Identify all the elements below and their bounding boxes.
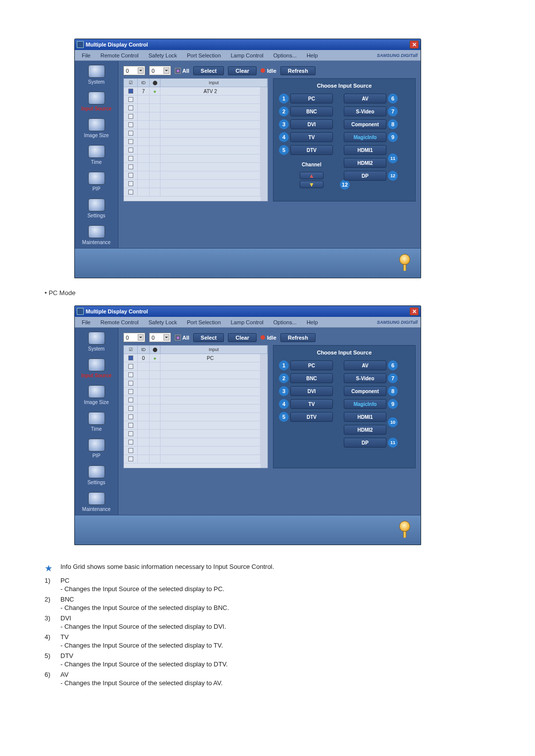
src-pc-button[interactable]: 1PC [290, 360, 333, 370]
table-row[interactable] [124, 421, 261, 430]
sidebar-item-maintenance[interactable]: Maintenance [75, 488, 118, 515]
src-av-button[interactable]: AV6 [344, 94, 386, 103]
table-row[interactable] [124, 455, 261, 463]
table-row[interactable] [124, 188, 261, 197]
menu-port-selection[interactable]: Port Selection [183, 318, 224, 326]
src-tv-button[interactable]: 4TV [290, 132, 333, 142]
row-checkbox[interactable] [128, 389, 133, 394]
row-checkbox[interactable] [128, 431, 133, 436]
select-button[interactable]: Select [193, 333, 224, 342]
menu-remote-control[interactable]: Remote Control [97, 51, 143, 59]
src-dvi-button[interactable]: 3DVI [290, 119, 333, 129]
close-icon[interactable]: ✕ [410, 41, 419, 49]
table-row[interactable] [124, 138, 261, 146]
all-checkbox[interactable]: ■All [175, 335, 189, 341]
table-row[interactable] [124, 404, 261, 413]
sidebar-item-input-source[interactable]: Input Source [75, 88, 118, 114]
row-checkbox[interactable] [128, 105, 133, 110]
refresh-button[interactable]: Refresh [280, 66, 316, 75]
sidebar-item-pip[interactable]: PIP [75, 435, 118, 461]
sidebar-item-time[interactable]: Time [75, 408, 118, 435]
table-row[interactable] [124, 96, 261, 104]
row-checkbox[interactable] [128, 398, 133, 403]
src-hdmi2-button[interactable]: HDMI211 [344, 158, 386, 168]
sidebar-item-pip[interactable]: PIP [75, 168, 118, 195]
row-checkbox[interactable] [128, 423, 133, 428]
menu-lamp-control[interactable]: Lamp Control [227, 51, 268, 59]
menu-file[interactable]: File [78, 51, 95, 59]
src-hdmi2-button[interactable]: HDMI2 [344, 425, 386, 435]
menu-options[interactable]: Options... [269, 318, 301, 326]
refresh-button[interactable]: Refresh [280, 333, 316, 342]
range-to-select[interactable]: 0 [149, 333, 171, 342]
clear-button[interactable]: Clear [228, 66, 257, 75]
sidebar-item-input-source[interactable]: Input Source [75, 354, 118, 381]
table-row[interactable] [124, 112, 261, 121]
row-checkbox[interactable] [128, 364, 133, 369]
col-check[interactable]: ☑ [124, 346, 138, 353]
src-dtv-button[interactable]: 5DTV [290, 412, 333, 422]
row-checkbox[interactable] [128, 190, 133, 195]
row-checkbox[interactable] [128, 448, 133, 453]
close-icon[interactable]: ✕ [410, 307, 419, 315]
row-checkbox[interactable] [128, 131, 133, 136]
row-checkbox[interactable] [128, 156, 133, 161]
sidebar-item-system[interactable]: System [75, 328, 118, 354]
menu-lamp-control[interactable]: Lamp Control [227, 318, 268, 326]
row-checkbox[interactable] [128, 97, 133, 102]
sidebar-item-settings[interactable]: Settings [75, 461, 118, 488]
src-hdmi1-button[interactable]: HDMI110 [344, 412, 386, 422]
sidebar-item-settings[interactable]: Settings [75, 195, 118, 221]
table-row[interactable] [124, 438, 261, 447]
src-magicinfo-button[interactable]: MagicInfo9 [344, 132, 386, 142]
scroll-down-icon[interactable] [261, 461, 268, 468]
menu-file[interactable]: File [78, 318, 95, 326]
menu-port-selection[interactable]: Port Selection [183, 51, 224, 59]
row-checkbox[interactable] [128, 114, 133, 119]
table-row[interactable] [124, 121, 261, 129]
col-check[interactable]: ☑ [124, 79, 138, 87]
row-checkbox[interactable] [128, 440, 133, 445]
range-from-select[interactable]: 0 [123, 66, 145, 75]
channel-down-button[interactable]: ▼ [300, 181, 323, 188]
menu-safety-lock[interactable]: Safety Lock [145, 318, 181, 326]
src-hdmi1-button[interactable]: HDMI1 [344, 145, 386, 155]
src-tv-button[interactable]: 4TV [290, 399, 333, 409]
scroll-up-icon[interactable] [261, 354, 268, 361]
src-svideo-button[interactable]: S-Video7 [344, 106, 386, 116]
table-row[interactable] [124, 104, 261, 112]
menu-remote-control[interactable]: Remote Control [97, 318, 143, 326]
row-checkbox[interactable] [128, 355, 133, 360]
scroll-down-icon[interactable] [261, 194, 268, 201]
row-checkbox[interactable] [128, 181, 133, 186]
range-from-select[interactable]: 0 [123, 333, 145, 342]
src-av-button[interactable]: AV6 [344, 360, 386, 370]
src-svideo-button[interactable]: S-Video7 [344, 373, 386, 383]
row-checkbox[interactable] [128, 173, 133, 178]
row-checkbox[interactable] [128, 139, 133, 144]
clear-button[interactable]: Clear [228, 333, 257, 342]
row-checkbox[interactable] [128, 164, 133, 169]
table-row[interactable] [124, 163, 261, 171]
sidebar-item-image-size[interactable]: Image Size [75, 114, 118, 141]
src-component-button[interactable]: Component8 [344, 119, 386, 129]
src-dvi-button[interactable]: 3DVI [290, 386, 333, 396]
select-button[interactable]: Select [193, 66, 224, 75]
channel-up-button[interactable]: ▲ [300, 172, 323, 179]
menu-options[interactable]: Options... [269, 51, 301, 59]
row-checkbox[interactable] [128, 456, 133, 461]
menu-help[interactable]: Help [303, 51, 322, 59]
table-row[interactable] [124, 396, 261, 404]
sidebar-item-time[interactable]: Time [75, 141, 118, 168]
table-row[interactable] [124, 129, 261, 138]
table-row[interactable]: 7 ● ATV 2 [124, 87, 261, 96]
table-row[interactable] [124, 447, 261, 455]
table-row[interactable]: 0 ● PC [124, 354, 261, 362]
table-row[interactable] [124, 154, 261, 163]
src-dp-button[interactable]: DP11 [344, 438, 386, 448]
table-row[interactable] [124, 180, 261, 188]
table-row[interactable] [124, 388, 261, 396]
src-bnc-button[interactable]: 2BNC [290, 106, 333, 116]
src-bnc-button[interactable]: 2BNC [290, 373, 333, 383]
table-row[interactable] [124, 430, 261, 438]
